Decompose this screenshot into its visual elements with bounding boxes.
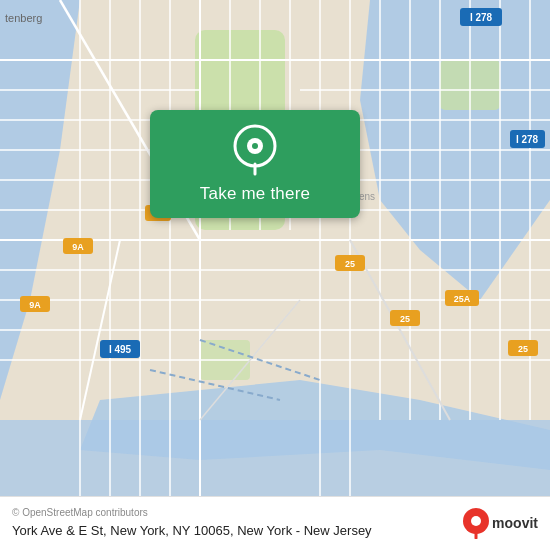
bottom-bar: © OpenStreetMap contributors York Ave & …	[0, 496, 550, 550]
svg-text:25A: 25A	[454, 294, 471, 304]
svg-text:I 278: I 278	[470, 12, 493, 23]
map-background: I 278 I 278 I 495 8 9A 9A 25 25 25A 25 t…	[0, 0, 550, 550]
svg-text:I 495: I 495	[109, 344, 132, 355]
svg-text:9A: 9A	[72, 242, 84, 252]
svg-text:25: 25	[345, 259, 355, 269]
address-text: York Ave & E St, New York, NY 10065, New…	[12, 522, 372, 540]
take-me-there-button[interactable]: Take me there	[200, 184, 310, 204]
pin-icon-wrapper	[229, 124, 281, 176]
svg-text:25: 25	[400, 314, 410, 324]
bottom-left: © OpenStreetMap contributors York Ave & …	[12, 507, 372, 540]
svg-text:25: 25	[518, 344, 528, 354]
map-container: I 278 I 278 I 495 8 9A 9A 25 25 25A 25 t…	[0, 0, 550, 550]
moovit-icon	[462, 507, 490, 539]
svg-text:tenberg: tenberg	[5, 12, 42, 24]
svg-point-72	[471, 516, 481, 526]
svg-text:I 278: I 278	[516, 134, 539, 145]
location-pin-icon	[231, 124, 279, 176]
svg-point-70	[252, 143, 258, 149]
moovit-text: moovit	[492, 515, 538, 531]
svg-text:9A: 9A	[29, 300, 41, 310]
location-card: Take me there	[150, 110, 360, 218]
copyright-text: © OpenStreetMap contributors	[12, 507, 372, 518]
moovit-logo: moovit	[462, 507, 538, 539]
